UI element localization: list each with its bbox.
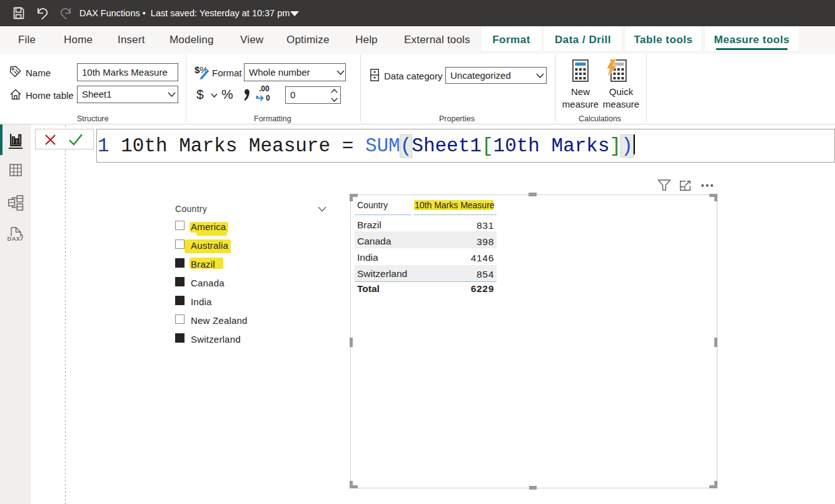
svg-text:.00: .00 (259, 84, 270, 93)
svg-text:0: 0 (266, 94, 270, 103)
svg-text:DAX: DAX (8, 235, 21, 242)
